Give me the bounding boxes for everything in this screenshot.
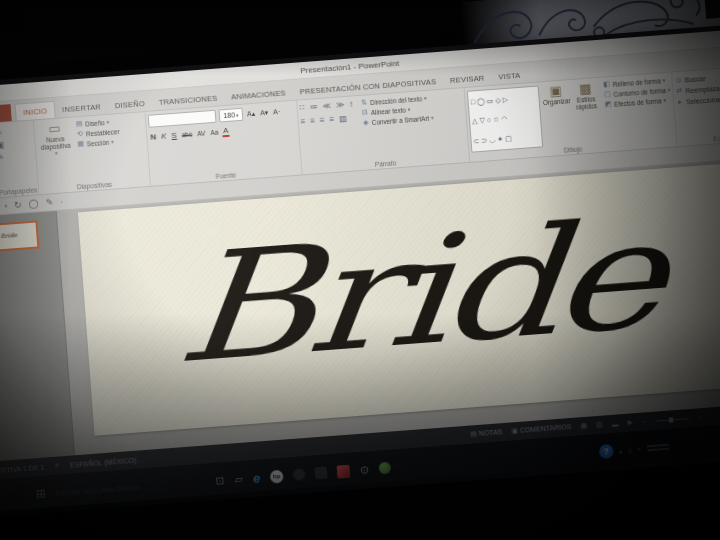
shape-outline-icon: ▢ [603,90,612,99]
shape-fill-icon: ◧ [602,80,611,89]
line-spacing-icon[interactable]: ↕ [349,99,354,108]
laptop-screen: Presentación1 - PowerPoint ─ □ ✕ INICIO … [0,27,720,513]
normal-view-button[interactable]: ▦ [580,422,587,430]
camera-app-icon[interactable]: ⊙ [359,463,369,477]
smartart-icon: ◈ [361,118,370,127]
chevron-down-icon: ▾ [424,95,427,101]
tray-clock-area[interactable] [647,444,669,452]
hp-app-icon[interactable]: hp [270,469,284,483]
italic-button[interactable]: K [160,131,168,141]
ribbon-group-paragraph: ∷ ≔ ≪ ≫ ↕ ≡ ≡ ≡ ≡ ▥ [297,88,470,174]
customize-qat-button[interactable]: · [60,196,64,206]
battery-icon[interactable]: ▯ [628,446,632,453]
copy-icon[interactable]: ▣ [0,140,4,151]
chevron-down-icon: ▾ [107,119,110,125]
format-painter-icon[interactable]: ✎ [0,152,5,163]
ribbon-group-slides: ▭ Nueva diapositiva ▾ ▤ Diseño ▾ ⟲ Resta… [34,112,151,194]
file-explorer-icon[interactable]: ▱ [234,472,243,486]
underline-button[interactable]: S [170,131,178,141]
photos-app-icon[interactable] [337,464,351,478]
touch-mode-button[interactable]: ✎ [45,197,53,208]
app-icon-dim[interactable] [293,468,306,481]
chevron-down-icon: ▾ [431,114,434,120]
comments-icon: ▣ [511,427,518,434]
photo-scene: Presentación1 - PowerPoint ─ □ ✕ INICIO … [0,0,720,540]
tab-vista[interactable]: VISTA [491,66,528,85]
ribbon-group-editing: ◎ Buscar ⇄ Reemplazar ▾ ▸ Seleccionar ▾ … [672,65,720,146]
chevron-down-icon: ▾ [668,87,671,93]
clipboard-group-label: Portapapeles [0,185,36,196]
select-icon: ▸ [676,98,685,107]
shapes-gallery[interactable]: □◯▭◇▷ △▽○☆◠ ⊂⊃◡✦▢ [467,85,543,152]
quick-styles-button[interactable]: ▩ Estilos rápidos [572,81,602,145]
app-icon-green[interactable] [379,462,392,475]
section-button[interactable]: ▦ Sección ▾ [76,137,120,148]
zoom-slider-handle[interactable] [669,417,673,422]
app-icon-dim2[interactable] [315,466,328,479]
slide-thumbnail[interactable]: Bride [0,220,39,251]
slide-indicator[interactable]: DIAPOSITIVA 1 DE 1 [0,463,44,475]
chevron-down-icon: ▾ [236,112,239,118]
chevron-down-icon: ▾ [408,106,411,112]
find-button[interactable]: ◎ Buscar [674,70,720,85]
taskbar-search-input[interactable]: Escribe aquí para buscar [56,477,206,497]
columns-icon[interactable]: ▥ [339,114,347,124]
clear-formatting-button[interactable]: A· [272,108,281,116]
arrange-icon: ▣ [549,84,562,99]
arrange-button[interactable]: ▣ Organizar [542,83,574,147]
task-view-icon[interactable]: ⊡ [215,474,225,488]
align-right-icon[interactable]: ≡ [320,116,325,125]
zoom-in-button[interactable]: + [698,414,703,421]
align-left-icon[interactable]: ≡ [300,117,305,126]
bold-button[interactable]: N [149,132,157,142]
ribbon-group-font: 180 ▾ A▴ A▾ A· N K S abc AV Aa [145,101,302,186]
start-presentation-button[interactable]: ◯ [28,198,39,209]
align-center-icon[interactable]: ≡ [310,116,315,125]
numbering-icon[interactable]: ≔ [309,102,318,112]
ribbon-group-drawing: □◯▭◇▷ △▽○☆◠ ⊂⊃◡✦▢ ▣ Organizar ▩ Estilos … [465,72,678,161]
slideshow-button[interactable]: ▶ [627,418,633,426]
comments-button[interactable]: ▣ COMENTARIOS [511,423,572,435]
font-name-input[interactable] [148,110,217,128]
quick-styles-icon: ▩ [579,82,592,97]
tab-inicio[interactable]: INICIO [15,101,56,121]
align-text-icon: ⊟ [361,108,370,117]
shrink-font-button[interactable]: A▾ [259,108,270,117]
replace-icon: ⇄ [675,87,684,96]
grow-font-button[interactable]: A▴ [246,109,257,118]
decrease-indent-icon[interactable]: ≪ [322,101,331,111]
redo-button[interactable]: ↻ [14,200,22,211]
bullets-icon[interactable]: ∷ [299,103,305,112]
tab-diseno[interactable]: DISEÑO [107,95,152,114]
system-tray: ? ▴ ▯ ◗ [599,440,670,459]
start-button[interactable]: ⊞ [35,487,46,502]
shape-effects-icon: ◩ [604,100,613,109]
file-tab-stub[interactable] [0,104,12,124]
slide-canvas[interactable]: Bride [78,163,720,436]
zoom-slider[interactable] [655,418,689,422]
tray-up-arrow-icon[interactable]: ▴ [619,447,623,454]
cut-icon[interactable]: ✂ [0,128,4,139]
character-spacing-button[interactable]: AV [196,130,207,138]
justify-icon[interactable]: ≡ [329,115,334,124]
hp-support-assistant-icon[interactable]: ? [599,444,614,459]
change-case-button[interactable]: Aa [209,129,219,137]
network-icon[interactable]: ◗ [637,446,641,452]
slide-editor-area: Bride [57,158,720,455]
zoom-out-button[interactable]: − [642,418,647,425]
font-color-button[interactable]: A [222,126,230,138]
section-icon: ▦ [76,140,85,149]
font-size-input[interactable]: 180 ▾ [219,108,244,123]
reading-view-button[interactable]: ▬ [611,420,619,428]
edge-browser-icon[interactable]: e [252,470,260,486]
strikethrough-button[interactable]: abc [181,131,194,139]
ribbon-group-clipboard: ✂ ▣ ✎ Portapapeles [0,120,39,201]
notes-button[interactable]: ▤ NOTAS [470,428,503,438]
spellcheck-icon[interactable]: ✔ [54,461,60,469]
new-slide-button[interactable]: ▭ Nueva diapositiva ▾ [36,121,77,186]
slide-sorter-view-button[interactable]: ▥ [596,421,603,429]
slide-title-text[interactable]: Bride [172,200,662,385]
increase-indent-icon[interactable]: ≫ [336,100,345,110]
language-indicator[interactable]: ESPAÑOL (MÉXICO) [70,456,137,468]
text-direction-icon: ⇅ [360,98,369,107]
